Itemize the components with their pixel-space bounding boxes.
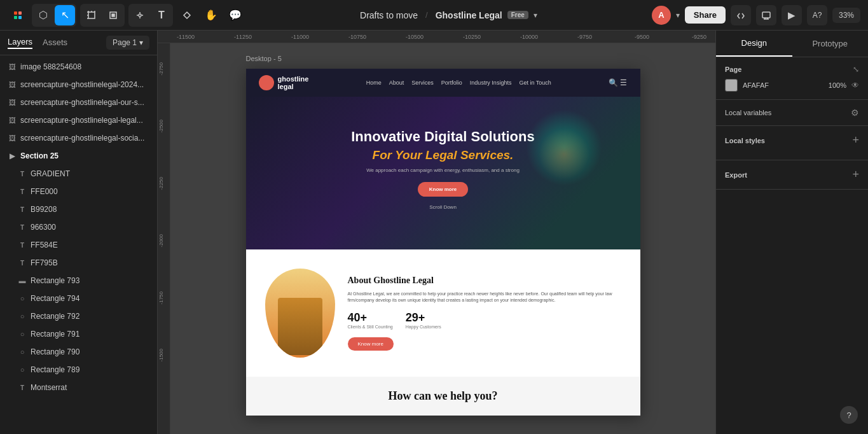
- local-styles-title: Local styles: [725, 137, 765, 144]
- move-tool-button[interactable]: ⬡: [33, 5, 53, 25]
- page-section-title: Page: [725, 66, 741, 73]
- site-hero: Innovative Digital Solutions For Your Le…: [246, 97, 640, 249]
- layer-ff795b[interactable]: T FF795B: [10, 254, 157, 272]
- export-section: Export +: [716, 160, 868, 190]
- page-section-header: Page ⤡: [725, 65, 859, 74]
- layer-b99208[interactable]: T B99208: [10, 200, 157, 218]
- left-panel: Layers Assets Page 1 ▾ 🖼 image 588254608…: [0, 31, 158, 434]
- layer-image-1[interactable]: 🖼 image 588254608: [0, 58, 157, 76]
- site-logo: ghostlinelegal: [259, 75, 309, 90]
- site-nav-links: Home About Services Portfolio Industry I…: [366, 80, 551, 86]
- text-icon: T: [18, 206, 27, 213]
- panel-tabs: Layers Assets Page 1 ▾: [0, 31, 157, 55]
- toolbar-right: A ▾ Share ▶ A? 33%: [652, 5, 860, 25]
- about-image: [265, 269, 335, 358]
- right-panel: Design Prototype Page ⤡ AFAFAF 100% 👁 Lo…: [715, 31, 868, 434]
- site-nav: ghostlinelegal Home About Services Portf…: [246, 69, 640, 97]
- frame-container: Desktop - 5 ghostlinelegal Home About Se…: [246, 69, 640, 416]
- text-icon: T: [18, 224, 27, 231]
- hero-cta-button[interactable]: Know more: [418, 182, 469, 197]
- site-nav-search: 🔍 ☰: [609, 78, 627, 87]
- about-cta-button[interactable]: Know more: [348, 337, 394, 351]
- present-button[interactable]: [756, 5, 776, 25]
- about-heading: About Ghostline Legal: [348, 276, 621, 286]
- nav-about[interactable]: About: [389, 80, 404, 86]
- layer-gradient[interactable]: T GRADIENT: [10, 165, 157, 183]
- local-variables-section: Local variables ⚙: [716, 100, 868, 126]
- export-title: Export: [725, 171, 747, 179]
- layer-966300[interactable]: T 966300: [10, 218, 157, 236]
- tab-assets[interactable]: Assets: [43, 38, 67, 48]
- hand-tool-button[interactable]: ✋: [201, 5, 221, 25]
- visibility-toggle[interactable]: 👁: [851, 81, 859, 90]
- canvas-content: Desktop - 5 ghostlinelegal Home About Se…: [170, 43, 715, 434]
- layer-image-4[interactable]: 🖼 screencapture-ghostlinelegal-legal...: [0, 111, 157, 129]
- local-vars-row: Local variables ⚙: [725, 108, 859, 118]
- tab-layers[interactable]: Layers: [8, 37, 32, 49]
- nav-home[interactable]: Home: [366, 80, 382, 86]
- main-tools: ⬡ ↖: [32, 4, 76, 27]
- layer-rect794[interactable]: ○ Rectangle 794: [10, 290, 157, 307]
- layer-ffe000[interactable]: T FFE000: [10, 183, 157, 200]
- figma-menu-button[interactable]: [8, 5, 28, 25]
- font-button[interactable]: A?: [807, 5, 827, 25]
- draw-tools: T: [128, 4, 173, 27]
- layer-rect792[interactable]: ○ Rectangle 792: [10, 307, 157, 325]
- share-button[interactable]: Share: [685, 6, 726, 24]
- layer-rect793[interactable]: ▬ Rectangle 793: [10, 272, 157, 290]
- components-tool-button[interactable]: [177, 5, 197, 25]
- main-area: Layers Assets Page 1 ▾ 🖼 image 588254608…: [0, 31, 868, 434]
- layer-ff584e[interactable]: T FF584E: [10, 236, 157, 254]
- hero-scroll: Scroll Down: [265, 204, 621, 210]
- image-icon: 🖼: [8, 116, 17, 124]
- right-panel-tabs: Design Prototype: [716, 31, 868, 57]
- shape-tool-button[interactable]: [103, 5, 123, 25]
- circle-icon: ○: [18, 366, 27, 374]
- nav-services[interactable]: Services: [411, 80, 434, 86]
- avatar: A: [652, 6, 671, 25]
- tab-design[interactable]: Design: [716, 31, 792, 57]
- export-row: Export +: [725, 168, 859, 181]
- code-view-button[interactable]: [731, 5, 751, 25]
- svg-rect-12: [112, 14, 114, 17]
- layer-image-2[interactable]: 🖼 screencapture-ghostlinelegal-2024...: [0, 76, 157, 94]
- project-chevron-button[interactable]: ▾: [534, 11, 537, 20]
- toolbar-left: ⬡ ↖ T: [8, 4, 245, 27]
- comment-tool-button[interactable]: 💬: [225, 5, 245, 25]
- frame-tool-button[interactable]: [81, 5, 102, 25]
- nav-portfolio[interactable]: Portfolio: [441, 80, 462, 86]
- layer-rect791[interactable]: ○ Rectangle 791: [10, 325, 157, 343]
- page-selector[interactable]: Page 1 ▾: [106, 36, 149, 50]
- help-button[interactable]: ?: [840, 406, 858, 424]
- layer-image-3[interactable]: 🖼 screencapture-ghostlinelegal-our-s...: [0, 94, 157, 111]
- svg-rect-4: [88, 12, 95, 18]
- local-variables-settings-button[interactable]: ⚙: [851, 108, 859, 118]
- svg-point-13: [139, 14, 141, 17]
- zoom-button[interactable]: 33%: [832, 8, 860, 23]
- play-button[interactable]: ▶: [782, 5, 802, 25]
- tab-prototype[interactable]: Prototype: [792, 31, 869, 57]
- about-stats: 40+ Clients & Still Counting 29+ Happy C…: [348, 311, 621, 329]
- nav-contact[interactable]: Get in Touch: [519, 80, 551, 86]
- layer-section-25[interactable]: ▶ Section 25: [0, 147, 157, 165]
- text-tool-button[interactable]: T: [151, 5, 172, 25]
- page-color-swatch[interactable]: [725, 79, 738, 92]
- text-icon: T: [18, 260, 27, 267]
- layer-image-5[interactable]: 🖼 screencapture-ghostlinelegal-socia...: [0, 129, 157, 147]
- export-add-button[interactable]: +: [852, 168, 859, 181]
- svg-rect-0: [14, 11, 17, 15]
- layer-montserrat[interactable]: T Montserrat: [10, 379, 157, 396]
- pen-tool-button[interactable]: [130, 5, 150, 25]
- site-logo-text: ghostlinelegal: [278, 75, 309, 90]
- canvas-area[interactable]: -11500 -11250 -11000 -10750 -10500 -1025…: [158, 31, 715, 434]
- select-tool-button[interactable]: ↖: [55, 5, 75, 25]
- site-logo-icon: [259, 75, 274, 90]
- local-styles-add-button[interactable]: +: [852, 134, 859, 147]
- layer-rect790[interactable]: ○ Rectangle 790: [10, 343, 157, 361]
- layer-rect789[interactable]: ○ Rectangle 789: [10, 361, 157, 379]
- local-variables-title: Local variables: [725, 109, 771, 116]
- nav-industry[interactable]: Industry Insights: [470, 80, 512, 86]
- circle-icon: ○: [18, 295, 27, 302]
- avatar-chevron-button[interactable]: ▾: [676, 11, 680, 20]
- page-expand-icon: ⤡: [853, 65, 859, 74]
